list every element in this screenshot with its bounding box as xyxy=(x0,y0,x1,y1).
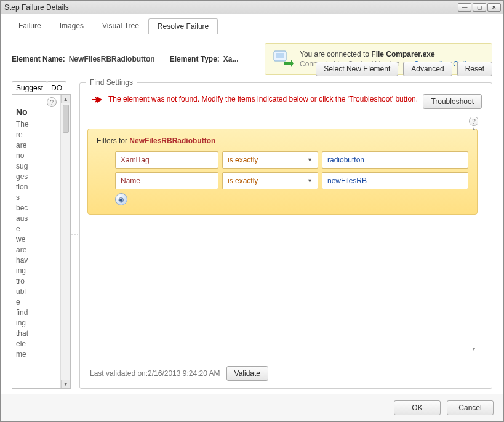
scroll-up-icon[interactable]: ▲ xyxy=(470,126,478,132)
cancel-button[interactable]: Cancel xyxy=(447,400,494,415)
maximize-button[interactable]: ▢ xyxy=(473,3,486,12)
grip-icon: ⋮ xyxy=(71,231,79,239)
titlebar: Step Failure Details — ▢ ✕ xyxy=(1,1,503,14)
suggestion-text: Therearenosuggestionsbecausewearehavingt… xyxy=(16,119,57,360)
target-icon: ◉ xyxy=(118,196,124,204)
scroll-down-icon[interactable]: ▼ xyxy=(470,346,478,352)
element-name-label: Element Name: xyxy=(12,55,65,63)
suggestion-heading: No xyxy=(16,107,57,117)
close-button[interactable]: ✕ xyxy=(487,3,501,12)
side-tab-do[interactable]: DO xyxy=(47,81,66,94)
last-validated-label: Last validated on: xyxy=(90,369,148,378)
tab-failure[interactable]: Failure xyxy=(9,18,50,34)
ok-button[interactable]: OK xyxy=(394,400,441,415)
find-settings-legend: Find Settings xyxy=(86,78,137,87)
scroll-thumb[interactable] xyxy=(63,105,69,133)
advanced-button[interactable]: Advanced xyxy=(403,62,452,76)
chevron-down-icon: ▼ xyxy=(307,178,313,184)
select-new-element-button[interactable]: Select New Element xyxy=(316,62,398,76)
side-tab-suggest[interactable]: Suggest xyxy=(12,81,47,94)
filter-row: Name is exactly▼ newFilesRB xyxy=(97,172,468,189)
svg-rect-1 xyxy=(276,53,284,58)
error-message: The element was not found. Modify the it… xyxy=(108,94,423,104)
filter-row: XamlTag is exactly▼ radiobutton xyxy=(97,151,468,169)
filter-value-cell[interactable]: newFilesRB xyxy=(322,172,468,189)
side-scrollbar[interactable]: ▲ ▼ xyxy=(60,95,70,388)
chevron-down-icon: ▼ xyxy=(307,157,313,163)
window-title: Step Failure Details xyxy=(3,3,457,12)
scroll-up-icon[interactable]: ▲ xyxy=(61,95,70,103)
tab-visual-tree[interactable]: Visual Tree xyxy=(93,18,148,34)
tab-images[interactable]: Images xyxy=(50,18,93,34)
tree-connector-icon xyxy=(97,163,113,180)
add-filter-button[interactable]: ◉ xyxy=(115,193,127,205)
troubleshoot-button[interactable]: Troubleshoot xyxy=(423,94,482,109)
last-validated-timestamp: 2/16/2013 9:24:20 AM xyxy=(148,369,220,378)
reset-button[interactable]: Reset xyxy=(457,62,492,76)
tab-resolve-failure[interactable]: Resolve Failure xyxy=(148,18,218,34)
suggestion-panel: ? No Therearenosuggestionsbecauseweareha… xyxy=(12,95,60,388)
tab-bar: Failure Images Visual Tree Resolve Failu… xyxy=(1,14,503,34)
splitter[interactable]: ⋮ xyxy=(71,81,79,389)
error-arrow-icon xyxy=(92,95,102,104)
filters-scrollbar[interactable]: ▲ ▼ xyxy=(470,126,478,352)
filter-property-cell[interactable]: Name xyxy=(115,172,218,189)
minimize-button[interactable]: — xyxy=(458,3,471,12)
connection-line1: You are connected to File Comparer.exe xyxy=(300,50,479,58)
filter-operator-dropdown[interactable]: is exactly▼ xyxy=(222,151,318,169)
filter-value-cell[interactable]: radiobutton xyxy=(322,151,468,169)
help-icon[interactable]: ? xyxy=(47,97,57,107)
filters-panel: Filters for NewFilesRBRadiobutton XamlTa… xyxy=(87,129,478,215)
scroll-down-icon[interactable]: ▼ xyxy=(61,380,70,388)
help-icon[interactable]: ? xyxy=(469,117,478,126)
filter-operator-dropdown[interactable]: is exactly▼ xyxy=(222,172,318,189)
tree-connector-icon xyxy=(97,142,113,159)
filters-title: Filters for NewFilesRBRadiobutton xyxy=(97,137,468,145)
filter-property-cell[interactable]: XamlTag xyxy=(115,151,218,169)
validate-button[interactable]: Validate xyxy=(226,366,268,381)
